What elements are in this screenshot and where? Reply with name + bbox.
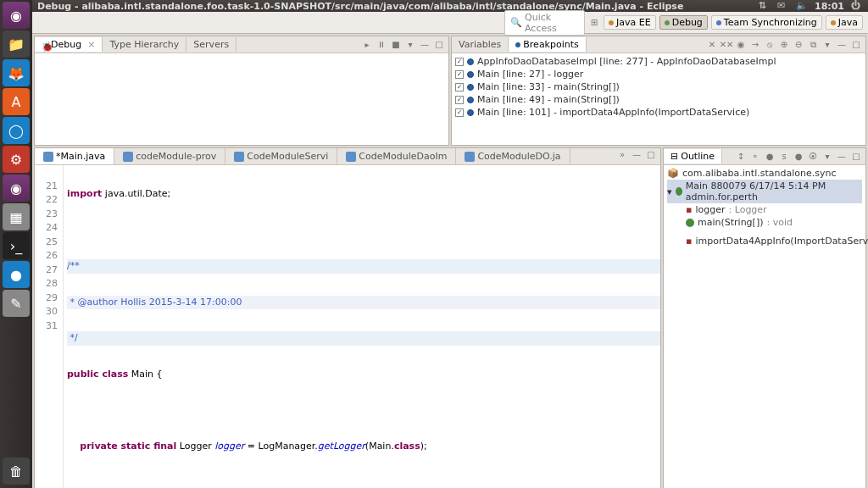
- removeall-icon[interactable]: ✕✕: [721, 39, 732, 51]
- launcher-app5-icon[interactable]: ●: [3, 261, 30, 288]
- breakpoints-pane: Variables Breakpoints ✕ ✕✕ ◉ → ⦸ ⊕ ⊖ ⧉ ▾…: [451, 36, 866, 146]
- goto-icon[interactable]: →: [749, 39, 761, 51]
- menu-icon[interactable]: ▾: [821, 151, 833, 163]
- editor-tab-main[interactable]: *Main.java: [35, 148, 114, 164]
- breakpoint-item[interactable]: ✓AppInfoDaoDatabaseImpl [line: 277] - Ap…: [455, 55, 862, 68]
- outline-package[interactable]: 📦com.alibaba.intl.standalone.sync: [667, 167, 862, 180]
- code-area[interactable]: import java.util.Date; /** * @author Hol…: [64, 165, 660, 488]
- breakpoint-item[interactable]: ✓Main [line: 101] - importData4AppInfo(I…: [455, 106, 862, 119]
- filter-icon[interactable]: ⚬: [749, 151, 761, 163]
- line-gutter: 21 22 23 24 25 26 27 28 29 30 31: [35, 165, 64, 488]
- tab-outline[interactable]: ⊟Outline: [664, 149, 722, 164]
- suspend-icon[interactable]: ⏸: [376, 39, 387, 51]
- launcher-firefox-icon[interactable]: 🦊: [3, 59, 30, 86]
- remove-icon[interactable]: ✕: [706, 39, 718, 51]
- editor-body[interactable]: 21 22 23 24 25 26 27 28 29 30 31 import …: [35, 165, 660, 488]
- maximize-icon[interactable]: □: [850, 151, 862, 163]
- sort-icon[interactable]: ↕: [735, 151, 747, 163]
- menu-icon[interactable]: ▾: [404, 39, 416, 51]
- search-icon: 🔍: [510, 17, 522, 28]
- breakpoint-icon: [515, 42, 520, 47]
- checkbox[interactable]: ✓: [455, 108, 464, 117]
- quick-access-input[interactable]: 🔍 Quick Access: [504, 10, 585, 36]
- checkbox[interactable]: ✓: [455, 83, 464, 92]
- tab-list-icon[interactable]: »: [616, 148, 628, 160]
- perspective-teamsync[interactable]: Team Synchronizing: [711, 15, 822, 30]
- outline-field[interactable]: ▪logger: Logger: [667, 203, 862, 216]
- launcher-app2-icon[interactable]: ◯: [3, 117, 30, 144]
- launcher-app4-icon[interactable]: ▦: [3, 203, 30, 230]
- editor-tab[interactable]: CodeModuleDaoIm: [337, 148, 456, 164]
- tray-network-icon[interactable]: ⇅: [759, 0, 771, 12]
- tab-debug[interactable]: 🐞Debug×: [35, 37, 103, 52]
- checkbox[interactable]: ✓: [455, 58, 464, 66]
- checkbox[interactable]: ✓: [455, 70, 464, 79]
- java-file-icon: [234, 152, 244, 162]
- outline-class[interactable]: ▾Main 880079 6/17/14 5:14 PM admin.for.p…: [667, 180, 862, 203]
- launcher-eclipse-icon[interactable]: ◉: [3, 175, 30, 202]
- minimize-icon[interactable]: —: [836, 151, 848, 163]
- minimize-icon[interactable]: —: [631, 148, 643, 160]
- editor-tab[interactable]: codeModule-prov: [114, 148, 225, 164]
- class-icon: [676, 187, 682, 196]
- perspective-javaee[interactable]: Java EE: [604, 15, 656, 30]
- static-icon[interactable]: s: [778, 151, 790, 163]
- maximize-icon[interactable]: □: [433, 39, 445, 51]
- tab-type-hierarchy[interactable]: Type Hierarchy: [103, 37, 186, 52]
- tray-sound-icon[interactable]: 🔈: [796, 0, 808, 12]
- launcher-trash-icon[interactable]: 🗑: [3, 458, 30, 485]
- resume-icon[interactable]: ▸: [361, 39, 373, 51]
- tab-breakpoints[interactable]: Breakpoints: [509, 37, 587, 52]
- public-icon[interactable]: ●: [793, 151, 804, 163]
- menu-icon[interactable]: ▾: [821, 39, 833, 51]
- close-icon[interactable]: ×: [87, 39, 95, 50]
- debug-body: [35, 53, 448, 145]
- showbp-icon[interactable]: ◉: [735, 39, 747, 51]
- breakpoint-icon: [467, 84, 474, 91]
- window-title: Debug - alibaba.intl.standalone.foo.task…: [37, 1, 759, 12]
- launcher-files-icon[interactable]: 📁: [3, 30, 30, 58]
- perspective-debug[interactable]: Debug: [659, 15, 708, 30]
- breakpoint-item[interactable]: ✓Main [line: 33] - main(String[]): [455, 80, 862, 93]
- editor-pane: *Main.java codeModule-prov CodeModuleSer…: [34, 147, 661, 488]
- perspective-java[interactable]: Java: [826, 15, 863, 30]
- window-titlebar: Debug - alibaba.intl.standalone.foo.task…: [32, 0, 868, 12]
- tab-servers[interactable]: Servers: [186, 37, 236, 52]
- outline-method[interactable]: ▪importData4AppInfo(ImportDataService): …: [667, 229, 862, 252]
- maximize-icon[interactable]: □: [850, 39, 862, 51]
- outline-icon: ⊟: [670, 151, 678, 162]
- launcher-terminal-icon[interactable]: ›_: [3, 232, 30, 259]
- fields-icon[interactable]: ●: [764, 151, 776, 163]
- launcher-app-icon[interactable]: A: [3, 88, 30, 115]
- clock[interactable]: 18:01: [815, 1, 844, 12]
- local-icon[interactable]: ⦿: [807, 151, 819, 163]
- tray-mail-icon[interactable]: ✉: [777, 0, 789, 12]
- link-icon[interactable]: ⧉: [807, 39, 819, 51]
- method-icon: [686, 219, 694, 227]
- collapse-icon[interactable]: ⊖: [793, 39, 804, 51]
- field-icon: ▪: [686, 204, 692, 215]
- expand-icon[interactable]: ⊕: [778, 39, 790, 51]
- breakpoint-item[interactable]: ✓Main [line: 49] - main(String[]): [455, 93, 862, 106]
- outline-method[interactable]: main(String[]): void: [667, 216, 862, 229]
- perspective-switch-icon[interactable]: ⊞: [588, 17, 600, 29]
- checkbox[interactable]: ✓: [455, 96, 464, 104]
- stop-icon[interactable]: ■: [390, 39, 402, 51]
- workspace: Debug - alibaba.intl.standalone.foo.task…: [32, 0, 868, 488]
- launcher-app3-icon[interactable]: ⚙: [3, 146, 30, 173]
- method-icon: ▪: [686, 236, 692, 247]
- tab-variables[interactable]: Variables: [452, 37, 509, 52]
- bug-icon: 🐞: [42, 42, 48, 48]
- editor-tab[interactable]: CodeModuleServi: [225, 148, 337, 164]
- maximize-icon[interactable]: □: [645, 148, 657, 160]
- launcher-dash-icon[interactable]: ◉: [3, 2, 30, 29]
- minimize-icon[interactable]: —: [836, 39, 848, 51]
- minimize-icon[interactable]: —: [419, 39, 431, 51]
- tray-power-icon[interactable]: ⏻: [851, 0, 863, 12]
- skip-icon[interactable]: ⦸: [764, 39, 776, 51]
- editor-tab[interactable]: CodeModuleDO.ja: [456, 148, 570, 164]
- launcher-app6-icon[interactable]: ✎: [3, 290, 30, 317]
- eclipse-toolbar: 🔍 Quick Access ⊞ Java EE Debug Team Sync…: [32, 12, 868, 34]
- java-file-icon: [346, 152, 356, 162]
- breakpoint-item[interactable]: ✓Main [line: 27] - logger: [455, 68, 862, 80]
